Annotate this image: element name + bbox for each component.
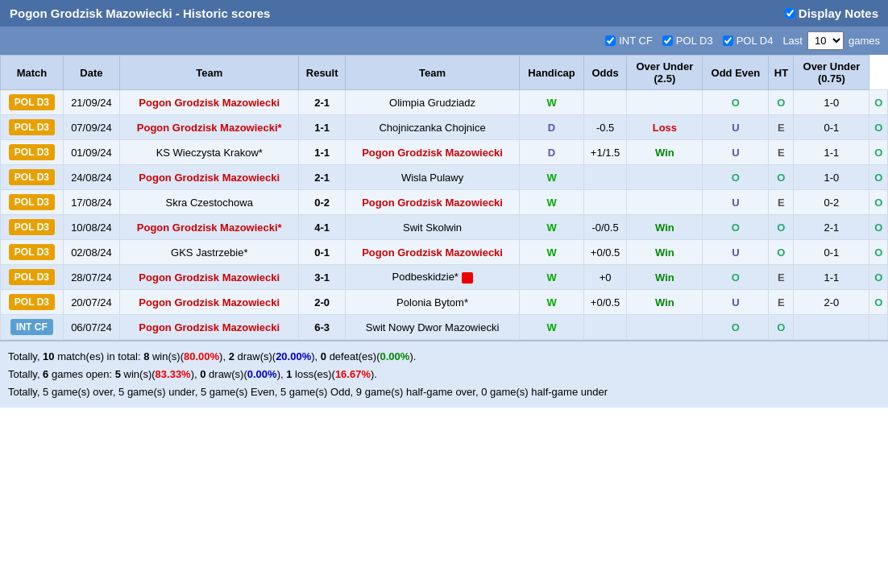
odd-even-value: O [769, 240, 794, 265]
match-outcome: D [520, 115, 584, 140]
badge-label: POL D3 [9, 144, 55, 160]
summary-line2: Totally, 6 games open: 5 win(s)(83.33%),… [8, 366, 880, 383]
match-outcome: W [520, 265, 584, 290]
team1-name: Skra Czestochowa [120, 190, 299, 215]
table-row: POL D328/07/24Pogon Grodzisk Mazowiecki3… [1, 265, 888, 290]
filter-pold3[interactable]: POL D3 [662, 35, 713, 47]
odd-even-value: E [769, 115, 794, 140]
col-date: Date [63, 56, 119, 90]
ht-over-under-value: O [869, 240, 888, 265]
team1-name: GKS Jastrzebie* [120, 240, 299, 265]
col-team1: Team [120, 56, 299, 90]
ht-score: 1-0 [794, 90, 869, 115]
handicap-value: -0.5 [583, 115, 627, 140]
handicap-value: +0/0.5 [583, 290, 627, 315]
team2-name: Olimpia Grudziadz [345, 90, 519, 115]
ht-over-under-value: O [869, 265, 888, 290]
handicap-value [583, 90, 627, 115]
ht-over-under-value [869, 315, 888, 340]
red-card-icon [462, 272, 473, 284]
match-badge: INT CF [1, 315, 64, 340]
match-date: 21/09/24 [63, 90, 119, 115]
ht-score: 0-1 [794, 240, 869, 265]
last-games-select[interactable]: 5 10 15 20 [807, 31, 844, 50]
match-badge: POL D3 [1, 90, 64, 115]
badge-label: POL D3 [9, 119, 55, 135]
team1-name: Pogon Grodzisk Mazowiecki [120, 265, 299, 290]
badge-label: POL D3 [9, 219, 55, 235]
odd-even-value: O [769, 90, 794, 115]
match-outcome: W [520, 215, 584, 240]
match-date: 06/07/24 [63, 315, 119, 340]
col-result: Result [299, 56, 345, 90]
ht-over-under-value: O [869, 290, 888, 315]
filter-bar: INT CF POL D3 POL D4 Last 5 10 15 20 gam… [0, 27, 888, 55]
badge-label: POL D3 [9, 194, 55, 210]
handicap-value [583, 190, 627, 215]
odds-value: Loss [627, 115, 703, 140]
match-result: 2-0 [299, 290, 345, 315]
match-badge: POL D3 [1, 140, 64, 165]
match-outcome: W [520, 90, 584, 115]
filter-intcf[interactable]: INT CF [605, 35, 653, 47]
ht-score: 0-2 [794, 190, 869, 215]
team2-name: Wisla Pulawy [345, 165, 519, 190]
col-team2: Team [345, 56, 519, 90]
team2-name: Pogon Grodzisk Mazowiecki [345, 140, 519, 165]
match-result: 3-1 [299, 265, 345, 290]
handicap-value: +1/1.5 [583, 140, 627, 165]
table-row: POL D320/07/24Pogon Grodzisk Mazowiecki2… [1, 290, 888, 315]
match-date: 20/07/24 [63, 290, 119, 315]
match-badge: POL D3 [1, 115, 64, 140]
ht-score: 1-0 [794, 165, 869, 190]
odd-even-value: O [769, 165, 794, 190]
summary-line1: Totally, 10 match(es) in total: 8 win(s)… [8, 348, 880, 366]
match-result: 4-1 [299, 215, 345, 240]
summary-line3: Totally, 5 game(s) over, 5 game(s) under… [8, 383, 880, 401]
odd-even-value: O [769, 215, 794, 240]
match-badge: POL D3 [1, 290, 64, 315]
match-outcome: W [520, 290, 584, 315]
over-under-value: U [703, 190, 769, 215]
odds-value [627, 165, 703, 190]
match-result: 0-1 [299, 240, 345, 265]
display-notes-label: Display Notes [799, 6, 878, 20]
team2-name: Swit Skolwin [345, 215, 519, 240]
ht-over-under-value: O [869, 190, 888, 215]
team2-name: Polonia Bytom* [345, 290, 519, 315]
match-result: 1-1 [299, 140, 345, 165]
odd-even-value: O [769, 315, 794, 340]
team1-name: Pogon Grodzisk Mazowiecki [120, 290, 299, 315]
over-under-value: O [703, 265, 769, 290]
badge-label: POL D3 [9, 94, 55, 110]
over-under-value: O [703, 215, 769, 240]
team1-name: Pogon Grodzisk Mazowiecki* [120, 115, 299, 140]
odds-value: Win [627, 265, 703, 290]
match-outcome: W [520, 190, 584, 215]
badge-label: POL D3 [9, 169, 55, 185]
over-under-value: U [703, 140, 769, 165]
scores-table: Match Date Team Result Team Handicap Odd… [0, 55, 888, 340]
ht-score: 0-1 [794, 115, 869, 140]
ht-score [794, 315, 869, 340]
match-date: 01/09/24 [63, 140, 119, 165]
col-over-under-075: Over Under(0.75) [794, 56, 869, 90]
badge-label: INT CF [10, 319, 53, 335]
col-ht: HT [769, 56, 794, 90]
match-date: 10/08/24 [63, 215, 119, 240]
match-result: 0-2 [299, 190, 345, 215]
match-date: 17/08/24 [63, 190, 119, 215]
ht-over-under-value: O [869, 115, 888, 140]
match-badge: POL D3 [1, 215, 64, 240]
team1-name: KS Wieczysta Krakow* [120, 140, 299, 165]
table-row: POL D321/09/24Pogon Grodzisk Mazowiecki2… [1, 90, 888, 115]
ht-score: 1-1 [794, 140, 869, 165]
over-under-value: U [703, 290, 769, 315]
filter-pold4[interactable]: POL D4 [723, 35, 774, 47]
match-badge: POL D3 [1, 240, 64, 265]
display-notes-checkbox[interactable] [785, 8, 795, 19]
over-under-value: O [703, 165, 769, 190]
col-over-under-25: Over Under(2.5) [627, 56, 703, 90]
table-row: POL D301/09/24KS Wieczysta Krakow*1-1Pog… [1, 140, 888, 165]
display-notes[interactable]: Display Notes [785, 6, 878, 20]
